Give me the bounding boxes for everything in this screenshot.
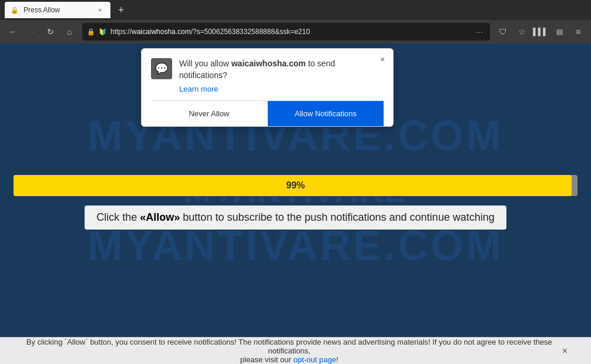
opt-out-link[interactable]: opt-out page	[293, 355, 336, 364]
dialog-domain: waicaiwhosha.com	[231, 59, 306, 68]
address-bar[interactable]: 🔒 🔰 https://waicaiwhosha.com/?s=50062563…	[82, 23, 490, 41]
notification-dialog: × 💬 Will you allow waicaiwhosha.com to s…	[141, 48, 394, 127]
menu-icon[interactable]: ≡	[570, 23, 586, 40]
library-icon[interactable]: ▌▌▌	[532, 23, 549, 40]
consent-text-before: By clicking `Allow` button, you consent …	[26, 338, 552, 355]
dialog-header: 💬 Will you allow waicaiwhosha.com to sen…	[151, 58, 384, 93]
nav-right-icons: 🛡 ☆ ▌▌▌ ▤ ≡	[495, 23, 586, 40]
tab-title: Press Allow	[23, 6, 90, 14]
bookmark-icon[interactable]: ☆	[513, 23, 530, 40]
forward-button[interactable]: →	[23, 23, 40, 40]
url-domain: waicaiwhosha.com	[132, 28, 191, 36]
reader-view-icon[interactable]: ▤	[551, 23, 568, 40]
refresh-button[interactable]: ↻	[42, 23, 59, 40]
cta-text: Click the «Allow» button to subscribe to…	[85, 205, 506, 230]
progress-bar-container: 99%	[14, 175, 577, 196]
consent-text-line2-prefix: please visit our	[240, 355, 293, 364]
consent-text: By clicking `Allow` button, you consent …	[23, 338, 555, 364]
dialog-close-button[interactable]: ×	[377, 53, 388, 65]
dialog-question-text: Will you allow waicaiwhosha.com to send …	[179, 58, 384, 81]
nav-bar: ← → ↻ ⌂ 🔒 🔰 https://waicaiwhosha.com/?s=…	[0, 20, 591, 43]
never-allow-button[interactable]: Never Allow	[151, 101, 268, 126]
new-tab-button[interactable]: +	[113, 2, 129, 18]
dialog-body: Will you allow waicaiwhosha.com to send …	[179, 58, 384, 93]
learn-more-link[interactable]: Learn more	[179, 85, 384, 93]
tab-bar: 🔒 Press Allow × +	[0, 0, 591, 20]
dialog-buttons: Never Allow Allow Notifications	[151, 100, 384, 126]
consent-close-button[interactable]: ×	[562, 346, 568, 356]
cta-after: button to subscribe to the push notifica…	[180, 211, 494, 223]
tab-icon: 🔒	[11, 6, 19, 14]
progress-text: 99%	[14, 180, 577, 191]
dialog-question-prefix: Will you allow	[179, 59, 231, 68]
tracking-icon: 🔰	[99, 28, 107, 36]
dialog-chat-icon: 💬	[151, 58, 172, 79]
url-more-button[interactable]: ···	[474, 26, 485, 38]
url-prefix: https://	[110, 28, 132, 36]
home-button[interactable]: ⌂	[61, 23, 78, 40]
url-text: https://waicaiwhosha.com/?s=500625638332…	[110, 28, 470, 36]
url-rest: /?s=500625638332588888&ssk=e210	[191, 28, 310, 36]
browser-window: 🔒 Press Allow × + ← → ↻ ⌂ 🔒 🔰 https://wa…	[0, 0, 591, 364]
back-button[interactable]: ←	[5, 23, 21, 40]
pocket-icon[interactable]: 🛡	[495, 23, 511, 40]
security-lock-icon: 🔒	[87, 28, 95, 36]
page-content: MYANTIVARE.COM MYANTIVARE MYANTIVARE.COM…	[0, 43, 591, 337]
active-tab[interactable]: 🔒 Press Allow ×	[5, 2, 110, 18]
allow-notifications-button[interactable]: Allow Notifications	[268, 101, 384, 126]
page-area: MYANTIVARE.COM MYANTIVARE MYANTIVARE.COM…	[0, 43, 591, 364]
cta-before: Click the	[96, 211, 140, 223]
consent-bar: By clicking `Allow` button, you consent …	[0, 337, 591, 364]
cta-allow-emphasis: «Allow»	[140, 211, 180, 223]
tab-close-button[interactable]: ×	[95, 5, 105, 15]
consent-text-after: !	[336, 355, 338, 364]
